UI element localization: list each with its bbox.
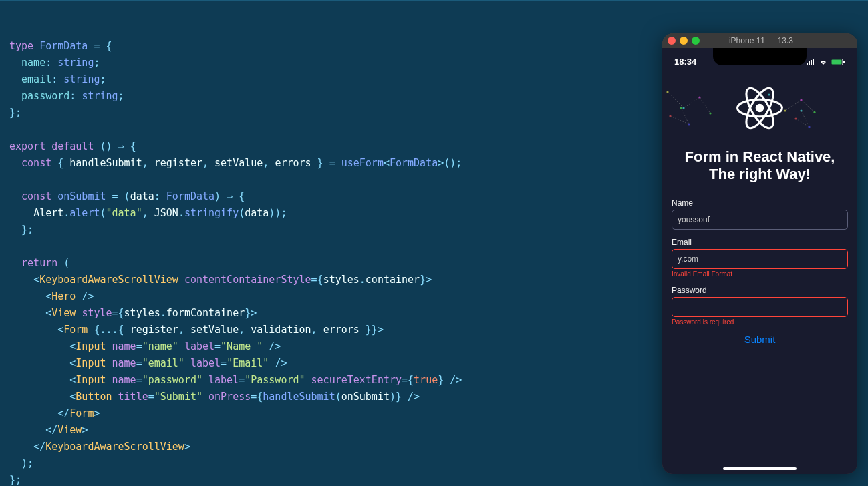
svg-point-13 <box>800 99 802 101</box>
simulator-titlebar: iPhone 11 — 13.3 <box>662 33 857 48</box>
email-input[interactable] <box>672 249 848 269</box>
hero-title: Form in React Native, The right Way! <box>662 148 857 184</box>
svg-point-16 <box>688 123 690 125</box>
svg-point-19 <box>808 126 810 128</box>
svg-point-12 <box>784 109 786 111</box>
email-field: Email Invalid Email Format <box>672 238 848 278</box>
svg-rect-5 <box>832 60 842 65</box>
wifi-icon <box>819 59 828 65</box>
battery-icon <box>831 59 845 65</box>
svg-point-20 <box>800 109 802 111</box>
simulator-title: iPhone 11 — 13.3 <box>704 36 819 45</box>
close-icon[interactable] <box>668 37 676 45</box>
minimize-icon[interactable] <box>680 37 688 45</box>
svg-point-14 <box>813 111 815 113</box>
svg-rect-6 <box>843 61 845 63</box>
svg-point-10 <box>709 112 711 114</box>
svg-rect-2 <box>811 60 812 65</box>
maximize-icon[interactable] <box>692 37 700 45</box>
password-input[interactable] <box>672 297 848 317</box>
phone-screen: 18:34 <box>662 48 857 474</box>
password-field: Password Password is required <box>672 286 848 326</box>
email-label: Email <box>672 238 848 247</box>
react-logo-icon <box>736 85 783 132</box>
status-icons <box>807 57 845 65</box>
svg-point-8 <box>682 107 684 109</box>
svg-point-21 <box>756 104 764 112</box>
ios-simulator-window: iPhone 11 — 13.3 18:34 <box>662 33 857 474</box>
svg-rect-1 <box>809 61 810 65</box>
svg-point-7 <box>666 91 668 93</box>
svg-rect-3 <box>813 59 814 65</box>
code-editor[interactable]: type FormData = { name: string; email: s… <box>9 21 587 486</box>
name-field: Name <box>672 198 848 230</box>
svg-point-15 <box>669 115 671 117</box>
svg-point-17 <box>680 107 682 109</box>
signal-icon <box>807 59 816 65</box>
password-label: Password <box>672 286 848 295</box>
form-container: Name Email Invalid Email Format Password… <box>662 198 857 345</box>
password-error: Password is required <box>672 318 848 326</box>
name-label: Name <box>672 198 848 208</box>
submit-button[interactable]: Submit <box>744 334 776 345</box>
status-time: 18:34 <box>674 57 696 67</box>
name-input[interactable] <box>672 210 848 230</box>
hero: Form in React Native, The right Way! <box>662 75 857 198</box>
email-error: Invalid Email Format <box>672 270 848 278</box>
svg-point-9 <box>698 96 700 98</box>
svg-rect-0 <box>807 63 808 65</box>
svg-point-18 <box>794 117 797 119</box>
home-indicator[interactable] <box>723 467 797 470</box>
notch <box>713 48 807 65</box>
